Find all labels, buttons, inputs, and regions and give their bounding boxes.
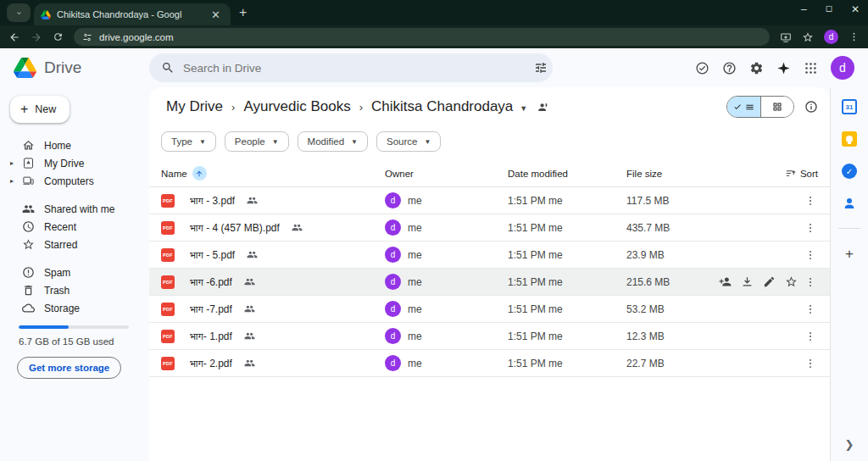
url-bar[interactable]: drive.google.com: [74, 28, 770, 46]
owner-avatar: d: [385, 192, 401, 208]
sidebar-item-spam[interactable]: Spam: [0, 264, 149, 281]
sort-ascending-icon[interactable]: [192, 166, 207, 181]
gemini-spark-icon[interactable]: [776, 61, 791, 75]
tab-search-button[interactable]: [7, 3, 31, 22]
search-bar[interactable]: [149, 53, 553, 82]
close-icon[interactable]: ✕: [851, 3, 860, 15]
get-add-ons-icon[interactable]: +: [845, 246, 854, 263]
drive-logo[interactable]: Drive: [14, 58, 149, 78]
file-name: भाग - 4 (457 MB).pdf: [190, 222, 280, 234]
account-avatar[interactable]: d: [831, 56, 854, 80]
tab-strip: Chikitsa Chandrodaya - Googl ✕ + – ◻ ✕: [0, 0, 868, 25]
details-info-icon[interactable]: [804, 100, 818, 114]
chevron-down-icon: ▼: [272, 138, 279, 146]
share-add-person-icon[interactable]: [719, 275, 732, 288]
download-icon[interactable]: [741, 275, 754, 288]
grid-view-button[interactable]: [760, 97, 793, 117]
list-view-button[interactable]: [727, 97, 760, 117]
more-options-icon[interactable]: [803, 276, 818, 288]
file-row[interactable]: PDF भाग- 2.pdf d me 1:51 PM me 22.7 MB: [149, 350, 830, 377]
breadcrumb-current-folder[interactable]: Chikitsa Chandrodaya: [366, 97, 518, 117]
reload-icon[interactable]: [53, 31, 64, 42]
owner-name: me: [408, 330, 422, 342]
folder-menu-caret-icon[interactable]: ▼: [520, 104, 527, 113]
offline-status-icon[interactable]: [695, 61, 709, 75]
sidebar-item-shared-with-me[interactable]: Shared with me: [0, 200, 149, 218]
rename-pencil-icon[interactable]: [763, 275, 776, 288]
file-row[interactable]: PDF भाग -7.pdf d me 1:51 PM me 53.2 MB: [149, 296, 830, 323]
site-info-icon: [82, 32, 92, 42]
hide-panel-chevron-icon[interactable]: ❯: [845, 438, 854, 451]
apps-grid-icon[interactable]: [804, 61, 818, 75]
search-options-icon[interactable]: [534, 61, 548, 75]
storage-progress-bar: [19, 325, 129, 329]
bookmark-star-icon[interactable]: [802, 31, 814, 43]
browser-profile-avatar[interactable]: d: [824, 30, 838, 44]
tab-close-icon[interactable]: ✕: [208, 8, 224, 22]
expand-caret-icon[interactable]: ▸: [10, 159, 14, 167]
keep-icon[interactable]: [842, 131, 857, 147]
more-options-icon[interactable]: [803, 358, 818, 369]
storage-progress-fill: [19, 325, 69, 329]
file-row[interactable]: PDF भाग - 5.pdf d me 1:51 PM me 23.9 MB: [149, 242, 830, 269]
date-modified: 1:51 PM me: [508, 222, 626, 234]
more-options-icon[interactable]: [803, 303, 818, 315]
file-row[interactable]: PDF भाग- 1.pdf d me 1:51 PM me 12.3 MB: [149, 323, 830, 350]
star-icon[interactable]: [785, 275, 798, 288]
maximize-icon[interactable]: ◻: [826, 3, 832, 15]
new-tab-button[interactable]: +: [239, 5, 247, 20]
sort-button[interactable]: Sort: [785, 168, 818, 179]
browser-tab[interactable]: Chikitsa Chandrodaya - Googl ✕: [34, 3, 231, 25]
sidebar-item-recent[interactable]: Recent: [0, 218, 149, 236]
sidebar-item-computers[interactable]: ▸ Computers: [0, 172, 149, 190]
file-row[interactable]: PDF भाग - 4 (457 MB).pdf d me 1:51 PM me…: [149, 214, 830, 242]
chevron-down-icon: ▼: [424, 138, 431, 146]
browser-menu-icon[interactable]: [849, 31, 860, 42]
sidebar-item-trash[interactable]: Trash: [0, 281, 149, 299]
column-date-modified[interactable]: Date modified: [508, 169, 626, 179]
file-size: 22.7 MB: [626, 358, 701, 369]
filter-modified[interactable]: Modified▼: [298, 131, 368, 152]
back-icon[interactable]: [8, 31, 20, 43]
filter-type[interactable]: Type▼: [161, 131, 216, 152]
file-row[interactable]: PDF भाग -6.pdf d me 1:51 PM me 215.6 MB: [149, 269, 830, 296]
search-input[interactable]: [183, 62, 526, 75]
sidebar-item-my-drive[interactable]: ▸ My Drive: [0, 154, 149, 172]
app-name: Drive: [44, 58, 81, 77]
file-name: भाग -6.pdf: [190, 276, 232, 288]
expand-caret-icon[interactable]: ▸: [10, 177, 14, 185]
new-button[interactable]: + New: [10, 96, 70, 123]
breadcrumb-my-drive[interactable]: My Drive: [161, 97, 228, 117]
more-options-icon[interactable]: [803, 222, 818, 234]
column-file-size[interactable]: File size: [626, 169, 701, 179]
forward-icon[interactable]: [31, 31, 42, 43]
sidebar-item-storage[interactable]: Storage: [0, 299, 149, 317]
filter-people[interactable]: People▼: [225, 131, 289, 152]
breadcrumb-ayurvedic-books[interactable]: Ayurvedic Books: [238, 97, 355, 117]
shared-people-icon: [244, 276, 255, 287]
cloud-icon: [22, 302, 35, 314]
storage-usage-text: 6.7 GB of 15 GB used: [19, 336, 149, 347]
file-row[interactable]: PDF भाग - 3.pdf d me 1:51 PM me 117.5 MB: [149, 187, 830, 214]
send-to-devices-icon[interactable]: [780, 31, 792, 43]
file-size: 215.6 MB: [626, 276, 701, 288]
sidebar-item-home[interactable]: Home: [0, 136, 149, 154]
settings-gear-icon[interactable]: [749, 61, 764, 75]
spam-icon: [22, 266, 35, 279]
sidebar-item-starred[interactable]: Starred: [0, 236, 149, 253]
tasks-icon[interactable]: ✓: [842, 164, 857, 179]
get-more-storage-button[interactable]: Get more storage: [17, 357, 121, 379]
calendar-icon[interactable]: 31: [842, 99, 857, 114]
contacts-icon[interactable]: [842, 196, 857, 211]
filter-source[interactable]: Source▼: [376, 131, 441, 152]
help-icon[interactable]: [722, 61, 737, 75]
more-options-icon[interactable]: [803, 249, 818, 261]
pdf-file-icon: PDF: [161, 275, 175, 289]
column-owner[interactable]: Owner: [385, 169, 508, 179]
check-icon: [733, 103, 742, 111]
more-options-icon[interactable]: [803, 330, 818, 342]
column-name[interactable]: Name: [161, 169, 187, 179]
minimize-icon[interactable]: –: [801, 3, 807, 15]
more-options-icon[interactable]: [803, 195, 818, 207]
owner-name: me: [408, 249, 422, 261]
